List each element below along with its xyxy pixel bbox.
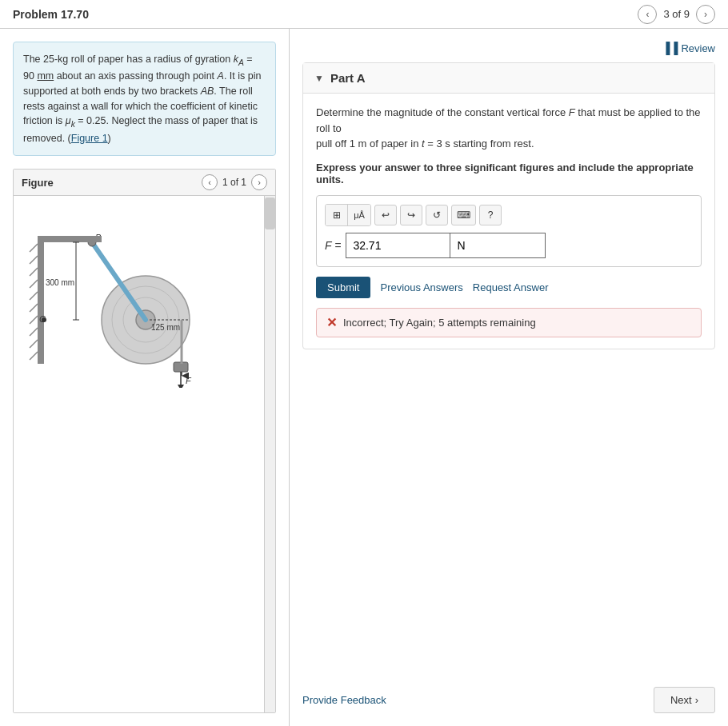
svg-line-0 bbox=[30, 244, 38, 252]
format-button[interactable]: ⊞ bbox=[326, 205, 348, 225]
refresh-button[interactable]: ↺ bbox=[426, 205, 448, 225]
part-a-title: Part A bbox=[330, 71, 366, 85]
bottom-row: Provide Feedback Next › bbox=[302, 679, 715, 713]
problem-description: The 25-kg roll of paper has a radius of … bbox=[13, 42, 276, 156]
mu-button[interactable]: μÅ bbox=[348, 205, 370, 225]
prev-problem-button[interactable]: ‹ bbox=[638, 5, 657, 24]
wall bbox=[38, 236, 44, 364]
figure-page: 1 of 1 bbox=[222, 177, 246, 188]
help-button[interactable]: ? bbox=[479, 205, 502, 225]
svg-line-6 bbox=[30, 316, 38, 324]
svg-line-1 bbox=[30, 256, 38, 264]
force-f-label: F bbox=[186, 376, 192, 385]
input-label: F = bbox=[325, 239, 341, 252]
main-layout: The 25-kg roll of paper has a radius of … bbox=[0, 29, 728, 726]
input-row: F = bbox=[325, 233, 693, 258]
action-row: Submit Previous Answers Request Answer bbox=[316, 277, 702, 298]
submit-button[interactable]: Submit bbox=[316, 277, 370, 298]
next-button-label: Next bbox=[670, 694, 692, 706]
figure-scrollbar-thumb[interactable] bbox=[265, 197, 275, 229]
svg-line-9 bbox=[30, 352, 38, 360]
answer-toolbar: ⊞ μÅ ↩ ↪ ↺ ⌨ ? bbox=[325, 204, 693, 226]
svg-rect-16 bbox=[38, 236, 102, 242]
keyboard-button[interactable]: ⌨ bbox=[451, 205, 476, 225]
previous-answers-link[interactable]: Previous Answers bbox=[380, 281, 462, 293]
page-navigation: ‹ 3 of 9 › bbox=[638, 5, 715, 24]
svg-line-8 bbox=[30, 340, 38, 348]
error-icon: ✕ bbox=[326, 315, 337, 330]
radius-label: 125 mm bbox=[151, 323, 180, 332]
error-text: Incorrect; Try Again; 5 attempts remaini… bbox=[343, 317, 536, 329]
unit-input[interactable] bbox=[450, 233, 546, 258]
figure-svg: 125 mm B C bbox=[22, 204, 270, 388]
format-tool-group: ⊞ μÅ bbox=[325, 204, 371, 226]
dimension-300: 300 mm bbox=[46, 278, 74, 287]
answer-area: ⊞ μÅ ↩ ↪ ↺ ⌨ ? F = bbox=[316, 195, 702, 267]
svg-line-4 bbox=[30, 292, 38, 300]
part-a-section: ▼ Part A Determine the magnitude of the … bbox=[302, 62, 715, 349]
figure-canvas: 125 mm B C bbox=[14, 196, 275, 712]
collapse-icon: ▼ bbox=[314, 73, 324, 84]
svg-line-3 bbox=[30, 280, 38, 288]
svg-marker-23 bbox=[178, 385, 184, 388]
figure-nav: ‹ 1 of 1 › bbox=[202, 174, 267, 190]
request-answer-link[interactable]: Request Answer bbox=[473, 281, 549, 293]
review-icon: ▐▐ bbox=[662, 42, 678, 54]
svg-point-14 bbox=[42, 317, 46, 322]
problem-title: Problem 17.70 bbox=[13, 8, 89, 21]
next-button[interactable]: Next › bbox=[654, 687, 715, 713]
express-instruction: Express your answer to three significant… bbox=[316, 162, 702, 185]
part-a-header[interactable]: ▼ Part A bbox=[303, 63, 714, 94]
answer-input[interactable] bbox=[346, 233, 450, 258]
provide-feedback-link[interactable]: Provide Feedback bbox=[302, 694, 386, 706]
problem-desc-text: kg roll of paper has a radius of gyratio… bbox=[23, 54, 261, 144]
redo-button[interactable]: ↪ bbox=[400, 205, 422, 225]
figure-header: Figure ‹ 1 of 1 › bbox=[14, 170, 275, 196]
figure-prev-button[interactable]: ‹ bbox=[202, 174, 218, 190]
left-panel: The 25-kg roll of paper has a radius of … bbox=[0, 29, 290, 726]
undo-button[interactable]: ↩ bbox=[374, 205, 397, 225]
svg-line-5 bbox=[30, 304, 38, 312]
page-indicator: 3 of 9 bbox=[663, 8, 690, 20]
page-header: Problem 17.70 ‹ 3 of 9 › bbox=[0, 0, 728, 29]
figure-section: Figure ‹ 1 of 1 › bbox=[13, 169, 276, 713]
figure-next-button[interactable]: › bbox=[251, 174, 267, 190]
error-message: ✕ Incorrect; Try Again; 5 attempts remai… bbox=[316, 308, 702, 337]
review-link-row: ▐▐ Review bbox=[302, 42, 715, 54]
problem-statement: Determine the magnitude of the constant … bbox=[316, 105, 702, 152]
next-button-icon: › bbox=[695, 694, 698, 706]
svg-line-7 bbox=[30, 328, 38, 336]
figure-link[interactable]: Figure 1 bbox=[71, 133, 108, 144]
next-problem-button[interactable]: › bbox=[696, 5, 715, 24]
figure-scrollbar[interactable] bbox=[264, 196, 275, 712]
right-panel: ▐▐ Review ▼ Part A Determine the magnitu… bbox=[290, 29, 728, 726]
svg-line-2 bbox=[30, 268, 38, 276]
review-link[interactable]: Review bbox=[681, 42, 715, 54]
part-a-body: Determine the magnitude of the constant … bbox=[303, 94, 714, 349]
figure-title: Figure bbox=[22, 177, 54, 189]
